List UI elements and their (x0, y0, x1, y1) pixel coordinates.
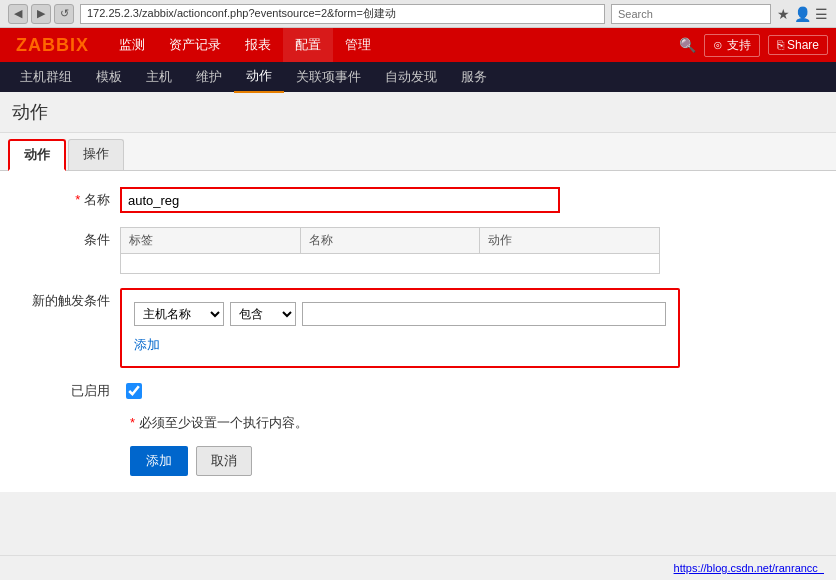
col-name: 名称 (300, 228, 480, 254)
browser-icons: ★ 👤 ☰ (777, 6, 828, 22)
condition-operator-select[interactable]: 包含 不包含 等于 (230, 302, 296, 326)
address-bar[interactable] (80, 4, 605, 24)
top-menu-item-reports[interactable]: 报表 (233, 28, 283, 62)
sub-menu-events[interactable]: 关联项事件 (284, 62, 373, 92)
trigger-inputs-row: 主机名称 主机群组 主机元数据 包含 不包含 等于 (134, 302, 666, 326)
col-label: 标签 (121, 228, 301, 254)
trigger-label: 新的触发条件 (20, 288, 120, 310)
conditions-table: 标签 名称 动作 (120, 227, 660, 274)
sub-menu-services[interactable]: 服务 (449, 62, 499, 92)
trigger-condition-row: 新的触发条件 主机名称 主机群组 主机元数据 包含 不包含 等于 (20, 288, 816, 368)
name-row: 名称 (20, 187, 816, 213)
back-button[interactable]: ◀ (8, 4, 28, 24)
submit-button[interactable]: 添加 (130, 446, 188, 476)
logo-text: ZABBIX (16, 35, 89, 55)
name-input[interactable] (120, 187, 560, 213)
tab-action[interactable]: 动作 (8, 139, 66, 171)
support-button[interactable]: ⊙ 支持 (704, 34, 759, 57)
top-nav: ZABBIX 监测 资产记录 报表 配置 管理 🔍 ⊙ 支持 ⎘ Share (0, 28, 836, 62)
enabled-label: 已启用 (20, 382, 120, 400)
tabs: 动作 操作 (0, 133, 836, 171)
add-condition-link[interactable]: 添加 (134, 337, 160, 352)
add-condition-link-row: 添加 (134, 336, 666, 354)
top-menu-item-monitor[interactable]: 监测 (107, 28, 157, 62)
top-menu-item-admin[interactable]: 管理 (333, 28, 383, 62)
share-button[interactable]: ⎘ Share (768, 35, 828, 55)
conditions-label: 条件 (20, 227, 120, 249)
warning-text: 必须至少设置一个执行内容。 (139, 415, 308, 430)
top-right: 🔍 ⊙ 支持 ⎘ Share (679, 34, 828, 57)
cancel-button[interactable]: 取消 (196, 446, 252, 476)
condition-value-input[interactable] (302, 302, 666, 326)
reload-button[interactable]: ↺ (54, 4, 74, 24)
name-field (120, 187, 816, 213)
top-menu: 监测 资产记录 报表 配置 管理 (107, 28, 679, 62)
browser-chrome: ◀ ▶ ↺ ★ 👤 ☰ (0, 0, 836, 28)
sub-menu-discovery[interactable]: 自动发现 (373, 62, 449, 92)
trigger-condition-box: 主机名称 主机群组 主机元数据 包含 不包含 等于 添加 (120, 288, 680, 368)
enabled-row: 已启用 (20, 382, 816, 400)
search-icon[interactable]: 🔍 (679, 37, 696, 53)
name-label: 名称 (20, 187, 120, 209)
trigger-field: 主机名称 主机群组 主机元数据 包含 不包含 等于 添加 (120, 288, 816, 368)
condition-type-select[interactable]: 主机名称 主机群组 主机元数据 (134, 302, 224, 326)
table-empty-row (121, 254, 660, 274)
sub-menu-hosts[interactable]: 主机 (134, 62, 184, 92)
sub-menu-maintenance[interactable]: 维护 (184, 62, 234, 92)
search-bar[interactable] (611, 4, 771, 24)
page-header: 动作 (0, 92, 836, 133)
action-buttons: 添加 取消 (130, 446, 816, 476)
top-menu-item-config[interactable]: 配置 (283, 28, 333, 62)
conditions-row: 条件 标签 名称 动作 (20, 227, 816, 274)
col-action: 动作 (480, 228, 660, 254)
warning-asterisk: * (130, 415, 135, 430)
enabled-checkbox[interactable] (126, 383, 142, 399)
tab-operation[interactable]: 操作 (68, 139, 124, 170)
menu-icon: ☰ (815, 6, 828, 22)
user-icon: 👤 (794, 6, 811, 22)
sub-menu-actions[interactable]: 动作 (234, 61, 284, 93)
forward-button[interactable]: ▶ (31, 4, 51, 24)
conditions-field: 标签 名称 动作 (120, 227, 816, 274)
nav-buttons: ◀ ▶ ↺ (8, 4, 74, 24)
sub-nav: 主机群组 模板 主机 维护 动作 关联项事件 自动发现 服务 (0, 62, 836, 92)
sub-menu-host-groups[interactable]: 主机群组 (8, 62, 84, 92)
page-title: 动作 (12, 102, 48, 122)
table-header-row: 标签 名称 动作 (121, 228, 660, 254)
zabbix-logo[interactable]: ZABBIX (8, 33, 97, 58)
sub-menu-templates[interactable]: 模板 (84, 62, 134, 92)
top-menu-item-assets[interactable]: 资产记录 (157, 28, 233, 62)
form-area: 名称 条件 标签 名称 动作 (0, 171, 836, 492)
warning-message: * 必须至少设置一个执行内容。 (130, 414, 816, 432)
bookmark-icon: ★ (777, 6, 790, 22)
